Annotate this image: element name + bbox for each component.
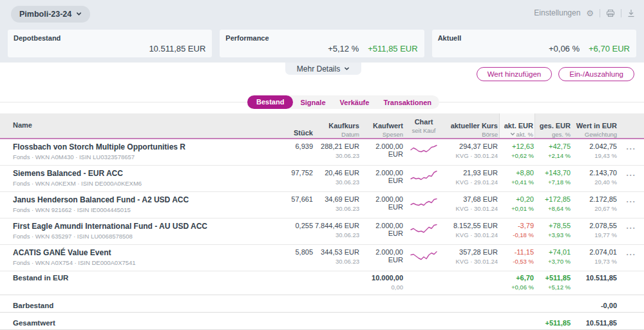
row-menu-button[interactable]: ···: [618, 218, 644, 244]
position-name-link[interactable]: Janus Henderson Balanced Fund - A2 USD A…: [13, 195, 274, 204]
cell-chart: [404, 192, 444, 218]
wert-value-sub: 20,40 %: [572, 179, 617, 186]
cell-ges: [535, 302, 572, 306]
cell-name: Siemens Balanced - EUR ACC Fonds · WKN A…: [13, 166, 276, 191]
stueck-value: 97,752: [276, 169, 313, 177]
kurs-value-sub: KVG · 30.01.24: [444, 152, 498, 159]
position-details: Fonds · WKN 635297 · ISIN LU0068578508: [13, 233, 274, 240]
ges-eur-value: +42,75: [535, 142, 571, 150]
ges-eur-value-sub: +2,14 %: [535, 152, 571, 159]
wert-value: 2.042,75: [572, 142, 617, 150]
cell-wert: -0,00: [572, 298, 618, 309]
row-menu-button[interactable]: ···: [618, 192, 644, 218]
add-value-button[interactable]: Wert hinzufügen: [477, 67, 553, 81]
akt-eur-value: +8,80: [499, 169, 534, 177]
cell-name: ACATIS GANÉ Value Event Fonds · WKN A0X7…: [13, 245, 276, 271]
cell-empty: [499, 302, 535, 306]
kurs-value: 8.152,55 EUR: [444, 222, 498, 229]
ges-eur-value-sub: +3,70 %: [535, 258, 571, 265]
position-details: Fonds · WKN A0M430 · ISIN LU0323578657: [13, 153, 274, 160]
summary-band: Pimboli-23-24 Einstellungen ⚙ Depotbesta…: [0, 0, 644, 63]
action-buttons: Wert hinzufügen Ein-/Auszahlung: [477, 67, 634, 81]
footer-ges: +511,85: [535, 274, 571, 282]
kurs-value-sub: KVG · 30.01.24: [444, 205, 498, 212]
table-footer-row: Bestand in EUR10.000,000,00+6,70+0,06 %+…: [0, 271, 644, 295]
summary-card-depotbestand: Depotbestand10.511,85 EUR: [8, 30, 212, 57]
tab-transaktionen[interactable]: Transaktionen: [376, 99, 439, 106]
table-footer: Bestand in EUR10.000,000,00+6,70+0,06 %+…: [0, 271, 644, 330]
column-header-8[interactable]: Wert in EURGewichtung: [572, 113, 618, 138]
position-name-link[interactable]: First Eagle Amundi International Fund - …: [13, 222, 274, 231]
column-title: Wert in EUR: [572, 122, 617, 130]
position-name-link[interactable]: Flossbach von Storch Multiple Opportunit…: [13, 142, 274, 151]
deposit-withdraw-button[interactable]: Ein-/Auszahlung: [558, 67, 634, 81]
kaufwert-value: 2.000,00 EUR: [361, 169, 403, 184]
cell-kaufkurs: 34,69 EUR30.06.23: [314, 192, 361, 218]
column-header-menu: [618, 113, 644, 138]
cell-kurs: 37,68 EURKVG · 30.01.24: [444, 192, 499, 218]
position-name-link[interactable]: ACATIS GANÉ Value Event: [13, 248, 274, 257]
column-header-1[interactable]: Stück: [276, 113, 314, 138]
kaufkurs-value: 20,46 EUR: [314, 169, 359, 177]
sparkline-chart: [410, 223, 438, 237]
akt-eur-value: +0,20: [499, 195, 534, 203]
footer-akt: +6,70: [499, 274, 534, 282]
position-name-link[interactable]: Siemens Balanced - EUR ACC: [13, 169, 274, 178]
column-header-4[interactable]: Chartseit Kauf: [404, 113, 444, 138]
sort-chevron-icon: [510, 131, 515, 138]
stueck-value: 57,661: [276, 195, 313, 203]
kaufkurs-value-sub: 30.06.23: [314, 179, 359, 186]
wert-value-sub: 19,73 %: [572, 258, 617, 265]
cell-stueck: 97,752: [276, 166, 314, 191]
column-title: Name: [13, 121, 274, 129]
table-body: Flossbach von Storch Multiple Opportunit…: [0, 139, 644, 271]
cell-chart: [404, 139, 444, 165]
column-header-3[interactable]: KaufwertSpesen: [361, 113, 404, 138]
more-details-button[interactable]: Mehr Details: [285, 63, 361, 75]
row-menu-button[interactable]: ···: [618, 139, 644, 165]
gear-icon[interactable]: ⚙: [586, 9, 594, 17]
cell-empty: [276, 302, 314, 306]
position-details: Fonds · WKN 921662 · ISIN IE0004445015: [13, 206, 274, 213]
row-menu-button[interactable]: ···: [618, 166, 644, 191]
stueck-value: 6,939: [276, 142, 313, 150]
kaufkurs-value-sub: 30.06.23: [314, 205, 359, 212]
column-header-7[interactable]: ges. EURges. %: [535, 113, 572, 138]
sparkline-chart: [410, 170, 438, 184]
cell-empty: [444, 320, 499, 323]
cell-kaufkurs: 344,53 EUR30.06.23: [314, 245, 361, 271]
column-header-6[interactable]: akt. EURakt. %: [499, 113, 535, 138]
cell-name: Flossbach von Storch Multiple Opportunit…: [13, 139, 276, 165]
cell-stueck: 5,805: [276, 245, 314, 271]
tab-bestand[interactable]: Bestand: [247, 95, 293, 109]
akt-eur-value-sub: -0,53 %: [499, 258, 534, 265]
column-title: akt. EUR: [500, 122, 533, 130]
card-values: +0,06 %+6,70 EUR: [549, 44, 630, 53]
kaufkurs-value-sub: 30.06.23: [314, 258, 359, 265]
column-title: Kaufwert: [361, 122, 403, 130]
column-subtitle: ges. %: [535, 131, 571, 138]
chevron-down-icon: [76, 10, 82, 19]
tab-signale[interactable]: Signale: [293, 99, 332, 106]
cell-wert: 2.074,0119,73 %: [572, 245, 618, 271]
wert-value: 2.074,01: [572, 248, 617, 256]
row-menu-button[interactable]: ···: [618, 245, 644, 271]
cell-name: Janus Henderson Balanced Fund - A2 USD A…: [13, 192, 276, 218]
column-header-5[interactable]: aktueller KursBörse: [444, 113, 499, 138]
tab-verkäufe[interactable]: Verkäufe: [333, 99, 377, 106]
card-values: +5,12 %+511,85 EUR: [328, 44, 418, 53]
card-label: Performance: [225, 34, 269, 42]
ges-eur-value: +74,01: [535, 248, 571, 256]
table-row: Siemens Balanced - EUR ACC Fonds · WKN A…: [0, 166, 644, 192]
portfolio-selector[interactable]: Pimboli-23-24: [11, 6, 90, 23]
cell-empty: [276, 320, 314, 323]
download-icon[interactable]: [627, 9, 635, 17]
column-header-0[interactable]: Name: [13, 113, 276, 138]
print-icon[interactable]: [606, 9, 615, 17]
cell-empty: [361, 302, 404, 306]
cell-label: Bestand in EUR: [13, 271, 276, 295]
chevron-down-icon: [344, 64, 350, 73]
settings-label[interactable]: Einstellungen: [534, 8, 580, 17]
column-header-2[interactable]: KaufkursDatum: [314, 113, 361, 138]
summary-card-performance: Performance+5,12 %+511,85 EUR: [220, 30, 424, 57]
